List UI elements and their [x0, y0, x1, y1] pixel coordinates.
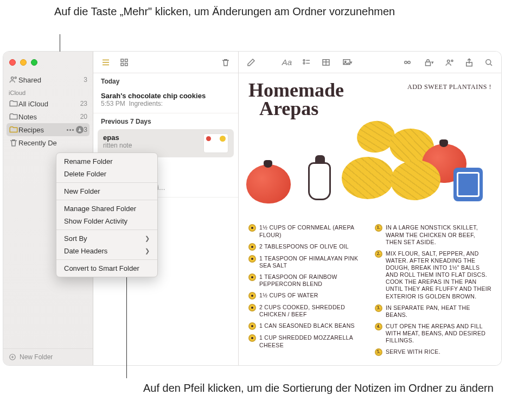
- note-content: Aa ▾ ▾ Homemade Arepas ADD SWEET PLANTAI…: [239, 52, 501, 365]
- note-title: epas: [103, 133, 199, 142]
- notelist-toolbar: [93, 52, 238, 73]
- sidebar-item-label: Notes: [18, 113, 80, 121]
- shaker-icon: [308, 162, 331, 200]
- table-button[interactable]: [319, 56, 333, 68]
- grid-view-button[interactable]: [117, 56, 131, 68]
- menu-separator: [56, 230, 157, 230]
- search-button[interactable]: [482, 56, 496, 68]
- svg-point-2: [79, 129, 81, 130]
- bullet-icon: [248, 255, 256, 263]
- svg-rect-4: [121, 59, 124, 62]
- compose-button[interactable]: [244, 56, 258, 68]
- ctx-new-folder[interactable]: New Folder: [56, 185, 157, 198]
- sidebar-item-recently-deleted[interactable]: Recently De: [3, 136, 93, 149]
- lock-button[interactable]: ▾: [420, 56, 437, 68]
- notelist-section-today: Today: [93, 73, 238, 87]
- bullet-icon: [248, 304, 256, 311]
- bullet-icon: [248, 273, 256, 281]
- note-heading-line2: Arepas: [259, 99, 344, 118]
- bullet-icon: [248, 334, 256, 342]
- bullet-icon: [248, 322, 256, 330]
- checklist-button[interactable]: [299, 56, 314, 68]
- list-view-button[interactable]: [99, 56, 113, 68]
- note-item-cookies[interactable]: Sarah's chocolate chip cookies 5:53 PM I…: [93, 87, 238, 113]
- ctx-rename-folder[interactable]: Rename Folder: [56, 155, 157, 168]
- svg-point-17: [451, 60, 453, 61]
- note-thumbnail: [203, 133, 228, 153]
- more-icon[interactable]: [66, 126, 74, 133]
- window-controls: [3, 52, 93, 73]
- svg-point-16: [448, 60, 450, 62]
- new-folder-button[interactable]: New Folder: [3, 348, 93, 365]
- note-title: Sarah's chocolate chip cookies: [101, 92, 231, 100]
- folder-icon: [9, 112, 18, 122]
- content-toolbar: Aa ▾ ▾: [239, 52, 501, 73]
- link-button[interactable]: [400, 56, 414, 68]
- chevron-down-icon: ▾: [431, 60, 434, 65]
- ctx-delete-folder[interactable]: Delete Folder: [56, 168, 157, 180]
- svg-point-19: [486, 59, 491, 64]
- media-button[interactable]: ▾: [338, 56, 356, 68]
- callout-top: Auf die Taste „Mehr" klicken, um Änderun…: [54, 4, 395, 19]
- shared-icon: [9, 75, 18, 85]
- can-icon: [453, 168, 483, 201]
- bullet-icon: [248, 243, 256, 251]
- svg-point-9: [303, 62, 305, 64]
- svg-point-1: [15, 77, 16, 79]
- bullet-icon: [248, 292, 256, 300]
- sidebar-item-notes[interactable]: Notes 20: [3, 110, 93, 123]
- sidebar-item-label: Recipes: [18, 126, 66, 134]
- ctx-convert-smart[interactable]: Convert to Smart Folder: [56, 262, 157, 275]
- zoom-button[interactable]: [31, 59, 37, 66]
- share-button[interactable]: [462, 56, 476, 68]
- chevron-right-icon: ❯: [145, 235, 150, 242]
- note-subtitle: 5:53 PM Ingredients:: [101, 100, 231, 107]
- folder-icon: [9, 99, 18, 109]
- svg-rect-15: [426, 62, 431, 66]
- sidebar-item-all-icloud[interactable]: All iCloud 23: [3, 97, 93, 110]
- note-columns: 1½ CUPS OF CORNMEAL (AREPA FLOUR) 2 TABL…: [248, 224, 491, 360]
- step-number-icon: 1.: [375, 224, 382, 232]
- sidebar-item-recipes[interactable]: Recipes 3: [7, 123, 90, 136]
- sidebar-item-shared[interactable]: Shared 3: [3, 73, 93, 86]
- svg-rect-5: [125, 59, 128, 62]
- format-button[interactable]: Aa: [280, 56, 294, 68]
- ingredients-list: 1½ CUPS OF CORNMEAL (AREPA FLOUR) 2 TABL…: [248, 224, 365, 360]
- step-number-icon: 5.: [375, 348, 382, 356]
- svg-point-14: [408, 61, 411, 63]
- sidebar-item-label: Recently De: [18, 139, 87, 147]
- steps-list: 1.IN A LARGE NONSTICK SKILLET, WARM THE …: [375, 224, 491, 360]
- note-illustration: [248, 121, 491, 219]
- ctx-date-headers[interactable]: Date Headers❯: [56, 245, 157, 257]
- step-number-icon: 2.: [375, 250, 382, 258]
- menu-separator: [56, 259, 157, 260]
- collaborate-button[interactable]: [443, 56, 457, 68]
- ctx-show-activity[interactable]: Show Folder Activity: [56, 215, 157, 227]
- svg-point-13: [405, 61, 407, 63]
- shared-label: Shared: [18, 76, 84, 84]
- shared-badge-icon: [76, 126, 84, 133]
- svg-point-0: [11, 77, 14, 80]
- note-annotation: ADD SWEET PLANTAINS !: [407, 83, 491, 91]
- sidebar-item-count: 3: [84, 126, 87, 133]
- trash-icon: [9, 138, 18, 148]
- notelist-section-prev7: Previous 7 Days: [93, 113, 238, 128]
- note-body[interactable]: Homemade Arepas ADD SWEET PLANTAINS ! 1½…: [239, 73, 501, 365]
- step-number-icon: 4.: [375, 323, 382, 330]
- svg-point-8: [303, 59, 305, 61]
- minimize-button[interactable]: [20, 59, 27, 66]
- delete-note-button[interactable]: [219, 56, 233, 68]
- chevron-down-icon: ▾: [350, 60, 353, 65]
- ctx-sort-by[interactable]: Sort By❯: [56, 232, 157, 245]
- context-menu: Rename Folder Delete Folder New Folder M…: [56, 152, 158, 277]
- note-heading-line1: Homemade: [248, 81, 344, 99]
- sidebar-item-count: 23: [80, 100, 87, 107]
- callout-bottom: Auf den Pfeil klicken, um die Sortierung…: [143, 381, 494, 396]
- sidebar-section-icloud: iCloud: [3, 86, 93, 97]
- note-subtitle: ritten note: [103, 142, 199, 149]
- sidebar-item-count: 20: [80, 113, 87, 120]
- close-button[interactable]: [9, 59, 16, 66]
- svg-rect-6: [121, 63, 124, 66]
- ctx-manage-shared[interactable]: Manage Shared Folder: [56, 202, 157, 215]
- menu-separator: [56, 182, 157, 183]
